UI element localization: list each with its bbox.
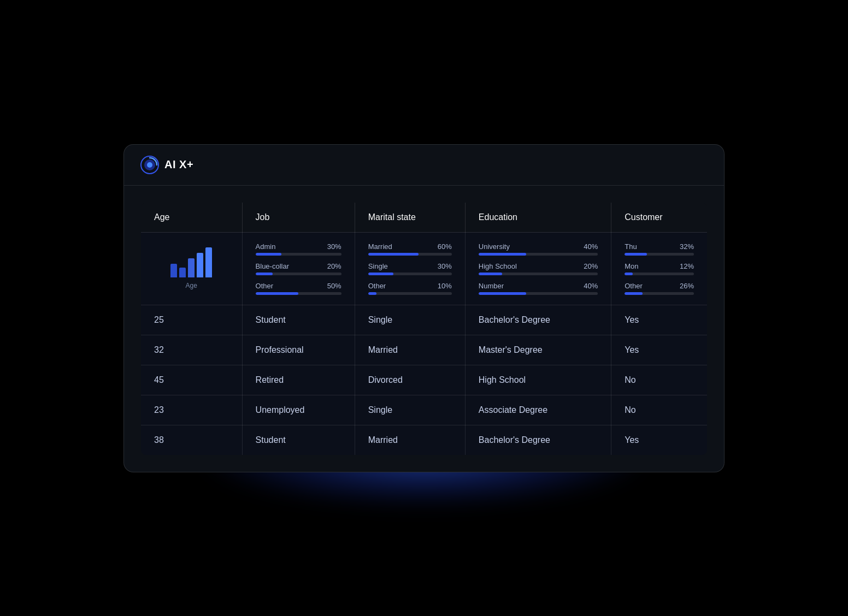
data-table: Age Job Marital state Education Customer bbox=[140, 202, 708, 455]
stat-item: Mon 12% bbox=[625, 262, 694, 275]
progress-track bbox=[256, 292, 341, 295]
cell-education: Bachelor's Degree bbox=[465, 305, 611, 335]
stat-label: Admin bbox=[256, 242, 276, 251]
cell-age: 25 bbox=[141, 305, 243, 335]
stat-label: University bbox=[479, 242, 510, 251]
cell-job: Unemployed bbox=[242, 395, 355, 425]
cell-marital: Married bbox=[355, 425, 465, 455]
stat-label: Other bbox=[625, 282, 643, 290]
cell-job: Student bbox=[242, 425, 355, 455]
stat-pct: 30% bbox=[327, 242, 341, 251]
progress-track bbox=[479, 273, 598, 275]
stat-label-row: Single 30% bbox=[368, 262, 452, 270]
stat-pct: 32% bbox=[680, 242, 694, 251]
col-header-age: Age bbox=[141, 202, 243, 232]
cell-customer: No bbox=[611, 365, 708, 395]
progress-fill bbox=[368, 253, 419, 256]
cell-education: Associate Degree bbox=[465, 395, 611, 425]
col-header-customer: Customer bbox=[611, 202, 708, 232]
col-header-marital: Marital state bbox=[355, 202, 465, 232]
customer-summary-cell: Thu 32% Mon 12% Other 26% bbox=[611, 232, 708, 305]
progress-track bbox=[368, 253, 452, 256]
progress-fill bbox=[479, 273, 503, 275]
cell-marital: Married bbox=[355, 335, 465, 365]
table-header-row: Age Job Marital state Education Customer bbox=[141, 202, 708, 232]
cell-age: 38 bbox=[141, 425, 243, 455]
progress-track bbox=[479, 253, 598, 256]
cell-age: 45 bbox=[141, 365, 243, 395]
age-bar-1 bbox=[170, 264, 177, 277]
stat-label: Other bbox=[368, 282, 386, 290]
age-bar-5 bbox=[205, 247, 212, 277]
svg-point-2 bbox=[147, 162, 152, 168]
table-row: 38 Student Married Bachelor's Degree Yes bbox=[141, 425, 708, 455]
stat-label: Blue-collar bbox=[256, 262, 289, 270]
stat-label-row: University 40% bbox=[479, 242, 598, 251]
progress-track bbox=[368, 273, 452, 275]
education-summary-cell: University 40% High School 20% Number 40… bbox=[465, 232, 611, 305]
cell-job: Student bbox=[242, 305, 355, 335]
stat-label-row: High School 20% bbox=[479, 262, 598, 270]
cell-customer: Yes bbox=[611, 425, 708, 455]
stat-pct: 50% bbox=[327, 282, 341, 290]
stat-label-row: Mon 12% bbox=[625, 262, 694, 270]
stat-item: Number 40% bbox=[479, 282, 598, 295]
progress-track bbox=[625, 253, 694, 256]
cell-customer: No bbox=[611, 395, 708, 425]
stat-item: Blue-collar 20% bbox=[256, 262, 341, 275]
progress-track bbox=[625, 273, 694, 275]
table-row: 45 Retired Divorced High School No bbox=[141, 365, 708, 395]
stat-label: Married bbox=[368, 242, 392, 251]
job-summary-cell: Admin 30% Blue-collar 20% Other 50% bbox=[242, 232, 355, 305]
stat-label-row: Other 10% bbox=[368, 282, 452, 290]
age-chart-label: Age bbox=[186, 282, 197, 289]
cell-job: Professional bbox=[242, 335, 355, 365]
cell-age: 32 bbox=[141, 335, 243, 365]
stat-label-row: Blue-collar 20% bbox=[256, 262, 341, 270]
app-window: AI X+ Age Job Marital state Education Cu… bbox=[123, 144, 725, 472]
cell-marital: Divorced bbox=[355, 365, 465, 395]
stat-pct: 10% bbox=[438, 282, 452, 290]
stat-label: Single bbox=[368, 262, 388, 270]
progress-fill bbox=[256, 273, 273, 275]
progress-track bbox=[625, 292, 694, 295]
stat-pct: 12% bbox=[680, 262, 694, 270]
progress-fill bbox=[256, 253, 281, 256]
table-row: 23 Unemployed Single Associate Degree No bbox=[141, 395, 708, 425]
table-row: 25 Student Single Bachelor's Degree Yes bbox=[141, 305, 708, 335]
stat-label-row: Admin 30% bbox=[256, 242, 341, 251]
cell-marital: Single bbox=[355, 305, 465, 335]
stat-label-row: Thu 32% bbox=[625, 242, 694, 251]
stat-pct: 40% bbox=[584, 242, 598, 251]
age-chart: Age bbox=[154, 247, 229, 289]
progress-fill bbox=[479, 253, 526, 256]
stat-label: Other bbox=[256, 282, 274, 290]
progress-track bbox=[479, 292, 598, 295]
stat-item: Admin 30% bbox=[256, 242, 341, 256]
main-content: Age Job Marital state Education Customer bbox=[124, 186, 724, 472]
stat-label: Thu bbox=[625, 242, 637, 251]
progress-track bbox=[256, 253, 341, 256]
education-stat-row: University 40% High School 20% Number 40… bbox=[479, 242, 598, 295]
app-header: AI X+ bbox=[124, 145, 724, 186]
cell-marital: Single bbox=[355, 395, 465, 425]
table-row: 32 Professional Married Master's Degree … bbox=[141, 335, 708, 365]
stat-pct: 60% bbox=[438, 242, 452, 251]
progress-fill bbox=[625, 253, 647, 256]
col-header-job: Job bbox=[242, 202, 355, 232]
stat-label: High School bbox=[479, 262, 517, 270]
app-logo-icon bbox=[140, 156, 159, 174]
stat-item: Other 50% bbox=[256, 282, 341, 295]
age-bar-chart bbox=[170, 247, 212, 277]
cell-customer: Yes bbox=[611, 335, 708, 365]
stat-item: Other 26% bbox=[625, 282, 694, 295]
progress-fill bbox=[368, 292, 376, 295]
stat-label-row: Other 50% bbox=[256, 282, 341, 290]
marital-summary-cell: Married 60% Single 30% Other 10% bbox=[355, 232, 465, 305]
progress-fill bbox=[479, 292, 526, 295]
stat-pct: 20% bbox=[327, 262, 341, 270]
customer-stat-row: Thu 32% Mon 12% Other 26% bbox=[625, 242, 694, 295]
app-title: AI X+ bbox=[164, 158, 193, 171]
stat-pct: 40% bbox=[584, 282, 598, 290]
stat-pct: 30% bbox=[438, 262, 452, 270]
